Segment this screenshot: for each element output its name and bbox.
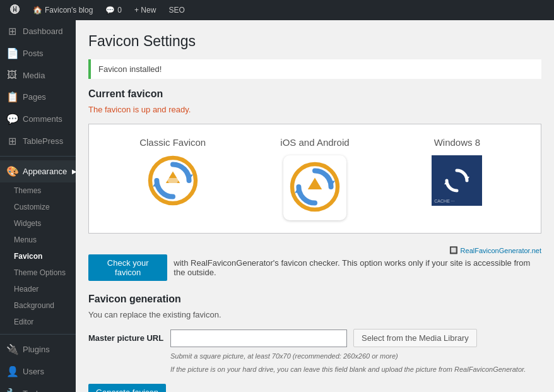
check-description: with RealFaviconGenerator's favicon chec… [174,258,541,277]
menus-label: Menus [14,235,37,244]
sidebar-sub-themes[interactable]: Themes [0,182,76,199]
sidebar-item-comments[interactable]: 💬 Comments [0,108,76,130]
sidebar-label-users: Users [23,367,44,376]
site-name-item[interactable]: 🏠 Favicon's blog [28,0,98,20]
win8-refresh-icon [441,165,473,196]
sidebar-label-posts: Posts [23,49,44,58]
divider-2 [0,334,76,335]
tablepress-icon: ⊞ [6,135,18,147]
notice-text: Favicon installed! [98,64,162,74]
editor-label: Editor [14,318,33,326]
sidebar-label-dashboard: Dashboard [23,27,63,36]
sidebar-sub-favicon[interactable]: Favicon [0,248,76,264]
sidebar-sub-header[interactable]: Header [0,281,76,297]
ios-favicon-icon-wrapper [244,155,386,220]
ios-favicon-label: iOS and Android [244,137,386,148]
ios-card [283,155,346,220]
new-item[interactable]: + New [129,0,161,20]
sidebar-label-appearance: Appearance [23,167,67,176]
sidebar-label-tools: Tools [23,389,42,392]
sidebar-label-pages: Pages [23,92,46,102]
master-picture-input[interactable] [170,330,347,347]
win8-tile: CACHE ··· [432,155,482,206]
sidebar-label-tablepress: TablePress [23,136,63,146]
sidebar-sub-menus[interactable]: Menus [0,232,76,248]
win8-favicon-type: Windows 8 CACHE ··· [386,137,528,206]
master-picture-label: Master picture URL [88,333,164,343]
current-favicon-heading: Current favicon [88,88,541,100]
win8-favicon-label: Windows 8 [386,137,528,148]
classic-favicon-label: Classic Favicon [102,137,244,148]
success-notice: Favicon installed! [88,59,541,79]
tools-icon: 🔧 [6,388,18,392]
plugins-icon: 🔌 [6,343,18,355]
widgets-label: Widgets [14,219,41,228]
win8-favicon-icon-wrapper: CACHE ··· [386,155,528,206]
sidebar-item-posts[interactable]: 📄 Posts [0,42,76,64]
wp-logo-item[interactable]: 🅦 [5,0,25,20]
sidebar-item-dashboard[interactable]: ⊞ Dashboard [0,20,76,42]
sidebar-sub-editor[interactable]: Editor [0,314,76,330]
generate-btn-row: Generate favicon [88,384,541,392]
sidebar-item-plugins[interactable]: 🔌 Plugins [0,338,76,360]
users-icon: 👤 [6,365,18,377]
appearance-icon: 🎨 [6,165,18,177]
sidebar-item-tablepress[interactable]: ⊞ TablePress [0,130,76,152]
favicon-label: Favicon [14,252,42,261]
header-label: Header [14,285,38,294]
sidebar-sub-background[interactable]: Background [0,297,76,314]
sidebar-label-media: Media [23,71,45,80]
sidebar-item-users[interactable]: 👤 Users [0,360,76,383]
rfg-branding: 🔲 RealFaviconGenerator.net [88,246,541,254]
divider-1 [0,156,76,157]
status-text: The favicon is up and ready. [88,105,541,114]
rfg-label: RealFaviconGenerator.net [461,247,541,254]
sidebar-item-tools[interactable]: 🔧 Tools [0,383,76,392]
seo-item[interactable]: SEO [163,0,189,20]
sidebar-item-media[interactable]: 🖼 Media [0,64,76,86]
sidebar-sub-widgets[interactable]: Widgets [0,215,76,232]
themes-label: Themes [14,186,41,195]
media-icon: 🖼 [6,69,18,81]
classic-favicon-icon-wrapper [102,155,244,206]
check-row: Check your favicon with RealFaviconGener… [88,254,541,281]
wp-logo-icon: 🅦 [10,4,20,16]
generate-favicon-button[interactable]: Generate favicon [88,384,166,392]
sidebar-item-appearance[interactable]: 🎨 Appearance ▶ [0,160,76,182]
hint-text-2: If the picture is on your hard drive, yo… [170,364,541,375]
sidebar-sub-customize[interactable]: Customize [0,199,76,215]
page-title: Favicon Settings [88,33,541,50]
comments-icon: 💬 [6,113,18,125]
ios-refresh-icon [290,162,340,212]
rfg-icon: 🔲 [449,246,458,254]
hint-text-1: Submit a square picture, at least 70x70 … [170,351,541,362]
main-content: Favicon Settings Favicon installed! Curr… [76,20,554,392]
favicon-preview-box: Classic Favicon iOS and Android [88,124,541,234]
check-favicon-button[interactable]: Check your favicon [88,254,167,281]
svg-marker-2 [165,178,179,189]
dashboard-icon: ⊞ [6,25,18,37]
background-label: Background [14,301,54,310]
new-label: + New [134,6,156,15]
site-name-label: Favicon's blog [45,6,93,15]
sidebar-label-plugins: Plugins [23,345,50,354]
posts-icon: 📄 [6,47,18,59]
classic-refresh-icon [148,155,198,206]
comment-icon: 💬 [105,6,115,15]
generation-desc: You can replace the existing favicon. [88,310,541,319]
customize-label: Customize [14,203,50,211]
classic-favicon-type: Classic Favicon [102,137,244,206]
admin-bar: 🅦 🏠 Favicon's blog 💬 0 + New SEO [0,0,554,20]
sidebar-item-pages[interactable]: 📋 Pages [0,86,76,108]
svg-marker-4 [308,178,322,189]
site-icon: 🏠 [33,6,42,15]
sidebar: ⊞ Dashboard 📄 Posts 🖼 Media 📋 Pages 💬 Co… [0,20,76,392]
comment-count: 0 [117,6,122,15]
sidebar-sub-theme-options[interactable]: Theme Options [0,264,76,281]
seo-label: SEO [168,6,184,15]
select-media-button[interactable]: Select from the Media Library [353,329,477,347]
pages-icon: 📋 [6,91,18,103]
win8-tile-text: CACHE ··· [434,199,454,203]
comments-item[interactable]: 💬 0 [100,0,127,20]
sidebar-label-comments: Comments [23,114,62,124]
